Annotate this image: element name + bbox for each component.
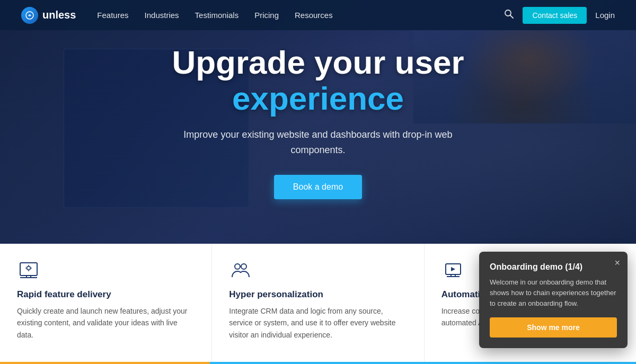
popup-title: Onboarding demo (1/4) [490, 262, 617, 272]
hyper-personalization-icon [229, 259, 252, 282]
nav-link-pricing[interactable]: Pricing [254, 8, 279, 22]
feature-desc-rapid: Quickly create and launch new features, … [17, 305, 195, 341]
svg-point-1 [505, 10, 511, 16]
auto-experimentation-icon [441, 259, 465, 282]
logo[interactable]: unless [21, 7, 76, 24]
nav-link-industries[interactable]: Industries [145, 8, 179, 22]
svg-marker-15 [451, 267, 455, 271]
rapid-delivery-icon [17, 259, 40, 282]
onboarding-popup: × Onboarding demo (1/4) Welcome in our o… [479, 252, 628, 348]
hero-subtitle: Improve your existing website and dashbo… [164, 127, 472, 158]
contact-sales-button[interactable]: Contact sales [523, 7, 587, 24]
hero-title: Upgrade your user experience [164, 45, 472, 117]
svg-rect-3 [20, 263, 37, 276]
nav-link-resources[interactable]: Resources [295, 8, 333, 22]
book-demo-button[interactable]: Book a demo [274, 175, 362, 199]
feature-card-hyper-personalization: Hyper personalization Integrate CRM data… [212, 244, 424, 364]
logo-icon [21, 7, 38, 24]
search-icon[interactable] [504, 8, 514, 22]
nav-right: Contact sales Login [504, 7, 615, 24]
hero-title-highlight: experience [164, 81, 472, 117]
svg-point-12 [235, 264, 240, 269]
svg-rect-7 [27, 267, 30, 270]
hero-content: Upgrade your user experience Improve you… [154, 45, 482, 199]
hero-section: Upgrade your user experience Improve you… [0, 0, 636, 244]
logo-text: unless [42, 9, 76, 21]
feature-title-hyper: Hyper personalization [229, 289, 407, 300]
show-more-button[interactable]: Show me more [490, 317, 617, 338]
feature-card-rapid-delivery: Rapid feature delivery Quickly create an… [0, 244, 212, 364]
nav-link-testimonials[interactable]: Testimonials [195, 8, 239, 22]
navbar: unless Features Industries Testimonials … [0, 0, 636, 30]
popup-close-button[interactable]: × [614, 258, 620, 268]
feature-title-rapid: Rapid feature delivery [17, 289, 195, 300]
nav-links: Features Industries Testimonials Pricing… [97, 8, 504, 22]
nav-link-features[interactable]: Features [97, 8, 128, 22]
popup-desc: Welcome in our onboarding demo that show… [490, 277, 617, 309]
svg-point-13 [241, 264, 246, 269]
login-link[interactable]: Login [595, 11, 615, 20]
svg-line-2 [510, 15, 513, 18]
hero-title-line1: Upgrade your user [172, 44, 464, 81]
feature-desc-hyper: Integrate CRM data and logic from any so… [229, 305, 407, 341]
